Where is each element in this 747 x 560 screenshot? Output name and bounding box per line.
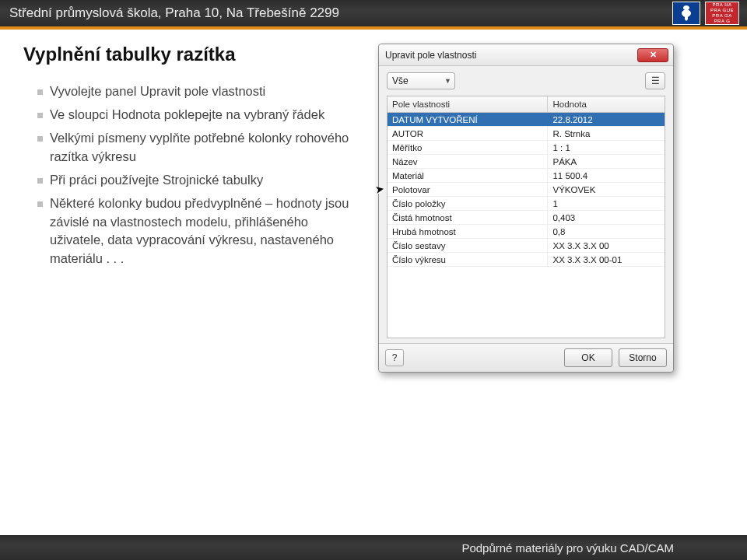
list-item: Ve sloupci Hodnota poklepejte na vybraný… bbox=[37, 106, 366, 124]
header-logos: PRA HA PRA GUE PRA GA PRA G bbox=[672, 2, 739, 25]
cell-property: Název bbox=[388, 155, 548, 168]
grid-header: Pole vlastnosti Hodnota bbox=[388, 96, 665, 113]
table-row[interactable]: Čistá hmotnost0,403 bbox=[388, 211, 665, 225]
table-row[interactable]: DATUM VYTVOŘENÍ22.8.2012 bbox=[388, 113, 665, 127]
list-icon-button[interactable]: ☰ bbox=[645, 72, 665, 89]
cell-value[interactable]: PÁKA bbox=[548, 155, 665, 168]
cell-property: Čistá hmotnost bbox=[388, 211, 548, 224]
bullet-list: Vyvolejte panel Upravit pole vlastnosti … bbox=[23, 82, 366, 268]
table-row[interactable]: Materiál11 500.4 bbox=[388, 169, 665, 183]
footer-text: Podpůrné materiály pro výuku CAD/CAM bbox=[461, 541, 674, 555]
cell-value[interactable]: 11 500.4 bbox=[548, 169, 665, 182]
praha-logo: PRA HA PRA GUE PRA GA PRA G bbox=[705, 2, 739, 25]
cell-value[interactable]: XX 3.X 3.X 00-01 bbox=[548, 253, 665, 266]
cell-property: Materiál bbox=[388, 169, 548, 182]
page-title: Vyplnění tabulky razítka bbox=[23, 44, 366, 65]
table-row[interactable]: AUTORR. Strnka bbox=[388, 127, 665, 141]
cell-value[interactable]: VÝKOVEK bbox=[548, 183, 665, 196]
page-header: Střední průmyslová škola, Praha 10, Na T… bbox=[0, 0, 747, 30]
help-button[interactable]: ? bbox=[385, 349, 404, 366]
cell-value[interactable]: 0,403 bbox=[548, 211, 665, 224]
cell-property: Hrubá hmotnost bbox=[388, 225, 548, 238]
help-icon: ? bbox=[392, 352, 398, 363]
header-title: Střední průmyslová škola, Praha 10, Na T… bbox=[9, 5, 339, 21]
table-row[interactable]: Číslo položky1 bbox=[388, 197, 665, 211]
filter-combo[interactable]: Vše ▼ bbox=[387, 72, 455, 89]
edit-properties-dialog: Upravit pole vlastnosti ✕ Vše ▼ ☰ Pole v… bbox=[378, 44, 674, 373]
cell-value[interactable]: 1 : 1 bbox=[548, 141, 665, 154]
cell-property: Číslo výkresu bbox=[388, 253, 548, 266]
cell-property: Polotovar bbox=[388, 183, 548, 196]
table-row[interactable]: Číslo výkresuXX 3.X 3.X 00-01 bbox=[388, 253, 665, 267]
chevron-down-icon: ▼ bbox=[444, 77, 451, 85]
list-icon: ☰ bbox=[651, 75, 660, 86]
cell-property: Měřítko bbox=[388, 141, 548, 154]
cell-value[interactable]: 0,8 bbox=[548, 225, 665, 238]
dialog-titlebar[interactable]: Upravit pole vlastnosti ✕ bbox=[379, 44, 673, 66]
cell-property: Číslo položky bbox=[388, 197, 548, 210]
col-header-value[interactable]: Hodnota bbox=[548, 96, 665, 112]
cell-value[interactable]: XX 3.X 3.X 00 bbox=[548, 239, 665, 252]
table-row[interactable]: PolotovarVÝKOVEK bbox=[388, 183, 665, 197]
col-header-property[interactable]: Pole vlastnosti bbox=[388, 96, 548, 112]
cell-value[interactable]: 1 bbox=[548, 197, 665, 210]
properties-grid[interactable]: Pole vlastnosti Hodnota DATUM VYTVOŘENÍ2… bbox=[387, 96, 665, 338]
cell-value[interactable]: R. Strnka bbox=[548, 127, 665, 140]
ok-button[interactable]: OK bbox=[564, 348, 612, 367]
dialog-title: Upravit pole vlastnosti bbox=[385, 50, 476, 61]
page-footer: Podpůrné materiály pro výuku CAD/CAM bbox=[0, 535, 747, 560]
table-row[interactable]: Měřítko1 : 1 bbox=[388, 141, 665, 155]
cell-property: AUTOR bbox=[388, 127, 548, 140]
list-item: Některé kolonky budou předvyplněné – hod… bbox=[37, 194, 366, 269]
filter-combo-value: Vše bbox=[392, 75, 409, 86]
list-item: Vyvolejte panel Upravit pole vlastnosti bbox=[37, 82, 366, 101]
list-item: Velkými písmeny vyplňte potřebné kolonky… bbox=[37, 129, 366, 166]
table-row[interactable]: Číslo sestavyXX 3.X 3.X 00 bbox=[388, 239, 665, 253]
table-row[interactable]: NázevPÁKA bbox=[388, 155, 665, 169]
sps-logo bbox=[672, 2, 700, 25]
cell-property: DATUM VYTVOŘENÍ bbox=[388, 113, 548, 126]
close-button[interactable]: ✕ bbox=[637, 48, 668, 62]
cell-property: Číslo sestavy bbox=[388, 239, 548, 252]
cursor-icon: ➤ bbox=[374, 182, 386, 196]
close-icon: ✕ bbox=[650, 50, 657, 60]
cancel-button[interactable]: Storno bbox=[619, 348, 667, 367]
table-row[interactable]: Hrubá hmotnost0,8 bbox=[388, 225, 665, 239]
cell-value[interactable]: 22.8.2012 bbox=[548, 113, 665, 126]
list-item: Při práci používejte Strojnické tabulky bbox=[37, 171, 366, 190]
